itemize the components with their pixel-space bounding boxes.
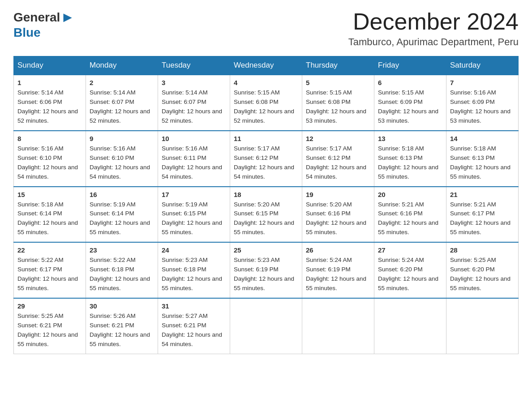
- logo-arrow-icon: ►: [60, 9, 75, 26]
- day-info: Sunrise: 5:18 AMSunset: 6:14 PMDaylight:…: [17, 200, 82, 238]
- day-cell: 2Sunrise: 5:14 AMSunset: 6:07 PMDaylight…: [86, 75, 158, 131]
- week-row-4: 22Sunrise: 5:22 AMSunset: 6:17 PMDayligh…: [14, 242, 519, 298]
- day-number: 24: [162, 246, 226, 254]
- day-info: Sunrise: 5:16 AMSunset: 6:09 PMDaylight:…: [450, 88, 515, 126]
- day-cell: 16Sunrise: 5:19 AMSunset: 6:14 PMDayligh…: [86, 187, 158, 243]
- week-row-1: 1Sunrise: 5:14 AMSunset: 6:06 PMDaylight…: [14, 75, 519, 131]
- day-info: Sunrise: 5:19 AMSunset: 6:14 PMDaylight:…: [90, 200, 154, 238]
- day-cell: 15Sunrise: 5:18 AMSunset: 6:14 PMDayligh…: [14, 187, 86, 243]
- day-number: 21: [450, 191, 515, 198]
- day-number: 15: [17, 191, 82, 198]
- day-cell: 22Sunrise: 5:22 AMSunset: 6:17 PMDayligh…: [14, 242, 86, 298]
- day-cell: 1Sunrise: 5:14 AMSunset: 6:06 PMDaylight…: [14, 75, 86, 131]
- day-info: Sunrise: 5:22 AMSunset: 6:17 PMDaylight:…: [17, 256, 82, 293]
- day-cell: 17Sunrise: 5:19 AMSunset: 6:15 PMDayligh…: [158, 187, 230, 243]
- day-number: 10: [162, 135, 226, 142]
- day-info: Sunrise: 5:18 AMSunset: 6:13 PMDaylight:…: [450, 144, 515, 182]
- day-number: 16: [90, 191, 154, 198]
- day-number: 7: [450, 79, 515, 86]
- day-cell: 13Sunrise: 5:18 AMSunset: 6:13 PMDayligh…: [374, 131, 446, 187]
- header-wednesday: Wednesday: [230, 56, 302, 75]
- logo-blue-text: Blue: [13, 26, 41, 40]
- day-cell: 11Sunrise: 5:17 AMSunset: 6:12 PMDayligh…: [230, 131, 302, 187]
- day-cell: 28Sunrise: 5:25 AMSunset: 6:20 PMDayligh…: [446, 242, 519, 298]
- day-number: 26: [306, 246, 370, 254]
- day-number: 23: [90, 246, 154, 254]
- header-sunday: Sunday: [14, 56, 86, 75]
- day-info: Sunrise: 5:24 AMSunset: 6:19 PMDaylight:…: [306, 256, 370, 293]
- header-monday: Monday: [86, 56, 158, 75]
- day-info: Sunrise: 5:20 AMSunset: 6:15 PMDaylight:…: [234, 200, 298, 238]
- day-cell: 24Sunrise: 5:23 AMSunset: 6:18 PMDayligh…: [158, 242, 230, 298]
- week-row-5: 29Sunrise: 5:25 AMSunset: 6:21 PMDayligh…: [14, 298, 519, 354]
- day-info: Sunrise: 5:15 AMSunset: 6:09 PMDaylight:…: [378, 88, 442, 126]
- day-cell: 21Sunrise: 5:21 AMSunset: 6:17 PMDayligh…: [446, 187, 519, 243]
- page-header: General ► Blue December 2024 Tamburco, A…: [13, 9, 519, 48]
- title-block: December 2024 Tamburco, Apurimac Departm…: [348, 9, 519, 48]
- day-number: 28: [450, 246, 515, 254]
- header-thursday: Thursday: [302, 56, 374, 75]
- day-number: 4: [234, 79, 298, 86]
- day-info: Sunrise: 5:16 AMSunset: 6:11 PMDaylight:…: [162, 144, 226, 182]
- day-number: 17: [162, 191, 226, 198]
- location-title: Tamburco, Apurimac Department, Peru: [348, 36, 519, 48]
- logo: General ► Blue: [13, 9, 75, 40]
- day-info: Sunrise: 5:15 AMSunset: 6:08 PMDaylight:…: [306, 88, 370, 126]
- day-info: Sunrise: 5:14 AMSunset: 6:07 PMDaylight:…: [90, 88, 154, 126]
- day-info: Sunrise: 5:25 AMSunset: 6:20 PMDaylight:…: [450, 256, 515, 293]
- day-info: Sunrise: 5:14 AMSunset: 6:06 PMDaylight:…: [17, 88, 82, 126]
- day-number: 14: [450, 135, 515, 142]
- day-cell: 26Sunrise: 5:24 AMSunset: 6:19 PMDayligh…: [302, 242, 374, 298]
- day-cell: 30Sunrise: 5:26 AMSunset: 6:21 PMDayligh…: [86, 298, 158, 354]
- day-number: 1: [17, 79, 82, 86]
- day-number: 12: [306, 135, 370, 142]
- week-row-2: 8Sunrise: 5:16 AMSunset: 6:10 PMDaylight…: [14, 131, 519, 187]
- day-info: Sunrise: 5:21 AMSunset: 6:16 PMDaylight:…: [378, 200, 442, 238]
- day-number: 8: [17, 135, 82, 142]
- day-info: Sunrise: 5:27 AMSunset: 6:21 PMDaylight:…: [162, 312, 226, 349]
- day-cell: 18Sunrise: 5:20 AMSunset: 6:15 PMDayligh…: [230, 187, 302, 243]
- day-info: Sunrise: 5:23 AMSunset: 6:18 PMDaylight:…: [162, 256, 226, 293]
- day-info: Sunrise: 5:19 AMSunset: 6:15 PMDaylight:…: [162, 200, 226, 238]
- day-number: 11: [234, 135, 298, 142]
- day-number: 19: [306, 191, 370, 198]
- header-saturday: Saturday: [446, 56, 519, 75]
- day-number: 5: [306, 79, 370, 86]
- day-cell: 31Sunrise: 5:27 AMSunset: 6:21 PMDayligh…: [158, 298, 230, 354]
- day-info: Sunrise: 5:26 AMSunset: 6:21 PMDaylight:…: [90, 312, 154, 349]
- day-cell: 19Sunrise: 5:20 AMSunset: 6:16 PMDayligh…: [302, 187, 374, 243]
- day-number: 29: [17, 302, 82, 310]
- day-info: Sunrise: 5:15 AMSunset: 6:08 PMDaylight:…: [234, 88, 298, 126]
- day-cell: 14Sunrise: 5:18 AMSunset: 6:13 PMDayligh…: [446, 131, 519, 187]
- day-cell: 7Sunrise: 5:16 AMSunset: 6:09 PMDaylight…: [446, 75, 519, 131]
- day-cell: 4Sunrise: 5:15 AMSunset: 6:08 PMDaylight…: [230, 75, 302, 131]
- day-info: Sunrise: 5:22 AMSunset: 6:18 PMDaylight:…: [90, 256, 154, 293]
- day-cell: 6Sunrise: 5:15 AMSunset: 6:09 PMDaylight…: [374, 75, 446, 131]
- day-info: Sunrise: 5:24 AMSunset: 6:20 PMDaylight:…: [378, 256, 442, 293]
- day-number: 30: [90, 302, 154, 310]
- day-info: Sunrise: 5:20 AMSunset: 6:16 PMDaylight:…: [306, 200, 370, 238]
- header-friday: Friday: [374, 56, 446, 75]
- day-number: 25: [234, 246, 298, 254]
- day-number: 31: [162, 302, 226, 310]
- day-info: Sunrise: 5:14 AMSunset: 6:07 PMDaylight:…: [162, 88, 226, 126]
- day-info: Sunrise: 5:21 AMSunset: 6:17 PMDaylight:…: [450, 200, 515, 238]
- day-info: Sunrise: 5:18 AMSunset: 6:13 PMDaylight:…: [378, 144, 442, 182]
- day-info: Sunrise: 5:17 AMSunset: 6:12 PMDaylight:…: [306, 144, 370, 182]
- day-number: 22: [17, 246, 82, 254]
- day-number: 20: [378, 191, 442, 198]
- day-info: Sunrise: 5:23 AMSunset: 6:19 PMDaylight:…: [234, 256, 298, 293]
- day-cell: 3Sunrise: 5:14 AMSunset: 6:07 PMDaylight…: [158, 75, 230, 131]
- day-cell: [446, 298, 519, 354]
- day-cell: [374, 298, 446, 354]
- calendar-header-row: SundayMondayTuesdayWednesdayThursdayFrid…: [14, 56, 519, 75]
- day-cell: 8Sunrise: 5:16 AMSunset: 6:10 PMDaylight…: [14, 131, 86, 187]
- day-cell: 25Sunrise: 5:23 AMSunset: 6:19 PMDayligh…: [230, 242, 302, 298]
- day-cell: 10Sunrise: 5:16 AMSunset: 6:11 PMDayligh…: [158, 131, 230, 187]
- day-number: 13: [378, 135, 442, 142]
- day-cell: [230, 298, 302, 354]
- day-number: 18: [234, 191, 298, 198]
- day-number: 9: [90, 135, 154, 142]
- week-row-3: 15Sunrise: 5:18 AMSunset: 6:14 PMDayligh…: [14, 187, 519, 243]
- day-number: 3: [162, 79, 226, 86]
